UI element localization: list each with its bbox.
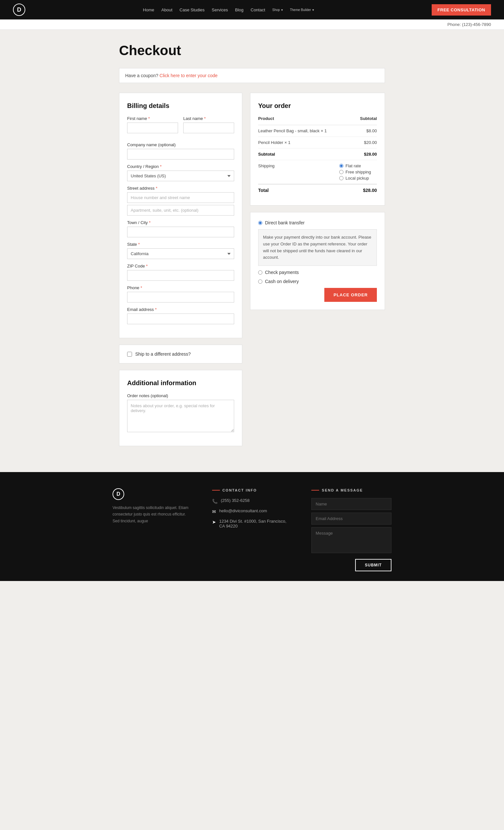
footer-email-input[interactable] [311, 513, 391, 524]
billing-section: Billing details First name * Last name * [119, 93, 242, 338]
payment-bank-transfer[interactable]: Direct bank transfer [258, 220, 377, 225]
subtotal-row: Subtotal $28.00 [258, 149, 377, 160]
order-title: Your order [258, 102, 377, 109]
billing-title: Billing details [127, 102, 234, 109]
last-name-input[interactable] [183, 123, 234, 133]
nav-shop-dropdown[interactable]: Shop▾ [273, 8, 283, 12]
footer-grid: D Vestibulum sagittis sollicitudin aliqu… [113, 488, 391, 571]
payment-check[interactable]: Check payments [258, 270, 377, 275]
shipping-row: Shipping Flat rate Free shipp [258, 160, 377, 185]
shipping-free[interactable]: Free shipping [339, 169, 377, 174]
shipping-flat-rate[interactable]: Flat rate [339, 163, 377, 168]
state-group: State * California [127, 242, 234, 259]
footer-contact-title: CONTACT INFO [212, 488, 292, 492]
payment-cash[interactable]: Cash on delivery [258, 279, 377, 284]
contact-phone: 📞 (255) 352-6258 [212, 498, 292, 504]
email-group: Email address * [127, 307, 234, 324]
street-input[interactable] [127, 192, 234, 203]
phone-input[interactable] [127, 292, 234, 302]
state-select[interactable]: California [127, 248, 234, 259]
footer-message-title: SEND A MESSAGE [311, 488, 391, 492]
footer-submit-button[interactable]: SUBMIT [355, 559, 391, 571]
order-item-0: Leather Pencil Bag - small, black × 1 $8… [258, 125, 377, 137]
payment-section: Direct bank transfer Make your payment d… [250, 212, 385, 310]
page-content: Checkout Have a coupon? Click here to en… [113, 30, 391, 472]
order-notes-input[interactable] [127, 400, 234, 432]
order-notes-group: Order notes (optional) [127, 393, 234, 432]
zip-group: ZIP Code * [127, 264, 234, 281]
subtotal-label: Subtotal [258, 149, 339, 160]
order-column: Your order Product Subtotal Leather Penc… [250, 93, 385, 316]
shipping-label: Shipping [258, 160, 339, 185]
town-group: Town / City * [127, 220, 234, 237]
company-name-input[interactable] [127, 149, 234, 160]
town-label: Town / City * [127, 220, 234, 225]
ship-different-checkbox[interactable] [127, 352, 132, 357]
bank-transfer-info: Make your payment directly into our bank… [258, 229, 377, 266]
nav-blog[interactable]: Blog [235, 7, 244, 12]
first-name-group: First name * [127, 116, 178, 133]
email-label: Email address * [127, 307, 234, 312]
coupon-link[interactable]: Click here to enter your code [160, 73, 218, 78]
country-group: Country / Region * United States (US) [127, 164, 234, 181]
item-price-1: $20.00 [339, 137, 377, 149]
email-icon: ✉ [212, 509, 216, 514]
first-name-label: First name * [127, 116, 178, 121]
col-subtotal: Subtotal [339, 116, 377, 125]
country-select[interactable]: United States (US) [127, 170, 234, 181]
nav-case-studies[interactable]: Case Studies [180, 7, 204, 12]
email-input[interactable] [127, 314, 234, 324]
state-label: State * [127, 242, 234, 247]
ship-different-label: Ship to a different address? [135, 351, 191, 357]
ship-different-section: Ship to a different address? [119, 345, 242, 363]
place-order-button[interactable]: PLACE ORDER [324, 288, 377, 302]
location-icon: ➤ [212, 519, 216, 524]
col-product: Product [258, 116, 339, 125]
nav-services[interactable]: Services [212, 7, 228, 12]
item-price-0: $8.00 [339, 125, 377, 137]
checkout-layout: Billing details First name * Last name * [119, 93, 385, 453]
nav-contact[interactable]: Contact [251, 7, 265, 12]
item-name-1: Pencil Holder × 1 [258, 137, 339, 149]
shipping-options-list: Flat rate Free shipping Local pickup [339, 163, 377, 181]
last-name-group: Last name * [183, 116, 234, 133]
zip-input[interactable] [127, 270, 234, 281]
nav-links: Home About Case Studies Services Blog Co… [143, 7, 314, 12]
consultation-button[interactable]: FREE CONSULTATION [432, 4, 491, 15]
name-row: First name * Last name * [127, 116, 234, 138]
subtotal-value: $28.00 [339, 149, 377, 160]
footer-name-input[interactable] [311, 498, 391, 510]
nav-logo: D [13, 4, 25, 16]
last-name-label: Last name * [183, 116, 234, 121]
contact-address: ➤ 1234 Divi St. #1000, San Francisco, CA… [212, 519, 292, 529]
first-name-input[interactable] [127, 123, 178, 133]
shipping-options: Flat rate Free shipping Local pickup [339, 160, 377, 185]
place-order-container: PLACE ORDER [258, 288, 377, 302]
zip-label: ZIP Code * [127, 264, 234, 268]
contact-email: ✉ hello@diviconsultant.com [212, 508, 292, 514]
order-notes-label: Order notes (optional) [127, 393, 234, 398]
item-name-0: Leather Pencil Bag - small, black × 1 [258, 125, 339, 137]
order-item-1: Pencil Holder × 1 $20.00 [258, 137, 377, 149]
footer-brand-col: D Vestibulum sagittis sollicitudin aliqu… [113, 488, 193, 571]
nav-home[interactable]: Home [143, 7, 154, 12]
company-name-label: Company name (optional) [127, 142, 234, 147]
town-input[interactable] [127, 227, 234, 237]
nav-theme-builder-dropdown[interactable]: Theme Builder▾ [290, 8, 314, 12]
total-value: $28.00 [339, 184, 377, 196]
apt-input[interactable] [127, 205, 234, 216]
nav-about[interactable]: About [161, 7, 172, 12]
billing-column: Billing details First name * Last name * [119, 93, 242, 453]
shipping-local-pickup[interactable]: Local pickup [339, 176, 377, 181]
footer-logo: D [113, 488, 124, 500]
additional-section: Additional information Order notes (opti… [119, 370, 242, 446]
navbar: D Home About Case Studies Services Blog … [0, 0, 504, 20]
footer: D Vestibulum sagittis sollicitudin aliqu… [0, 472, 504, 581]
additional-title: Additional information [127, 379, 234, 387]
phone-label: Phone * [127, 285, 234, 290]
coupon-text: Have a coupon? [125, 73, 158, 78]
footer-message-col: SEND A MESSAGE SUBMIT [311, 488, 391, 571]
footer-message-input[interactable] [311, 527, 391, 553]
company-name-group: Company name (optional) [127, 142, 234, 160]
street-label: Street address * [127, 186, 234, 191]
